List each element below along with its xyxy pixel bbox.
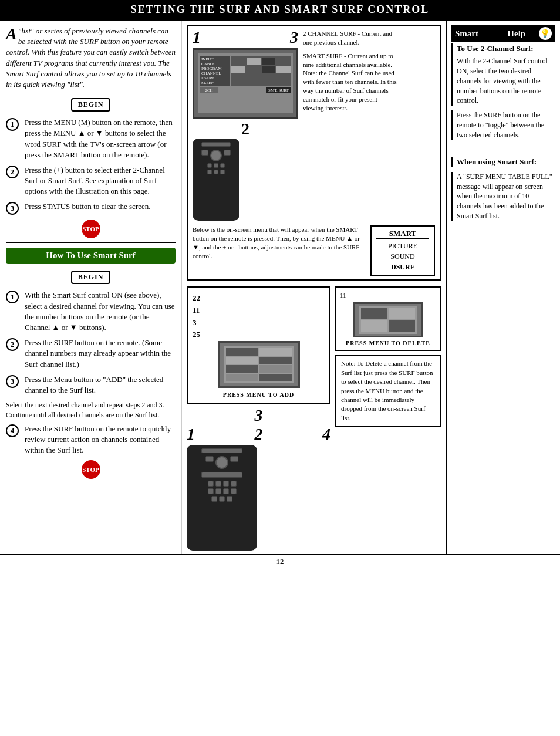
rbtn-b1: [208, 481, 214, 487]
remote-row-b: [208, 481, 237, 487]
mini-tv-add: [218, 341, 300, 388]
how-to-box: How To Use Smart Surf: [6, 248, 176, 264]
remote-center-btn: [210, 150, 222, 161]
bottom-step-1: 1 With the Smart Surf control ON (see ab…: [6, 290, 176, 333]
remote-top-bar-2: [201, 448, 242, 453]
tv-screen-inner: INPUT CABLE PROGRAM CHANNEL DSURF SLEEP: [198, 53, 293, 113]
tv-content-area: [231, 56, 291, 86]
rbtn-d1: [211, 496, 217, 502]
help-text-1: With the 2-Channel Surf control ON, sele…: [457, 56, 555, 106]
page-number: 12: [0, 554, 560, 569]
tv-screen: INPUT CABLE PROGRAM CHANNEL DSURF SLEEP: [193, 48, 298, 119]
help-section-1: To Use 2-Channel Surf: With the 2-Channe…: [451, 43, 555, 106]
remote-graphic-bottom: [187, 445, 257, 551]
right-column: Smart Help 💡 To Use 2-Channel Surf: With…: [446, 21, 560, 554]
remote-btn-row-2: [207, 163, 225, 168]
step-label-3: 3: [290, 29, 298, 46]
ch-25: 25: [193, 329, 325, 341]
intro-text: A"list" or series of previously viewed c…: [6, 26, 176, 90]
intro-body: "list" or series of previously viewed ch…: [6, 26, 176, 89]
mini-tv-inner-delete: [359, 306, 417, 334]
bottom-step-circle-3: 3: [6, 375, 19, 388]
menu-item-input: INPUT: [201, 57, 228, 62]
bottom-step-2: 2 Press the SURF button on the remote. (…: [6, 337, 176, 370]
rbtn-b4: [231, 481, 237, 487]
bottom-step-2-label: 2: [255, 426, 263, 443]
smart-menu-dsurf: DSURF: [376, 262, 429, 272]
mini-tv-inner-add: [224, 346, 294, 383]
drop-cap: A: [6, 26, 17, 42]
step-circle-2: 2: [6, 166, 19, 178]
delete-diagram: 11 PRESS MENU TO DELETE: [335, 286, 441, 351]
rbtn-c4: [231, 488, 237, 494]
step-2: 2 Press the (+) button to select either …: [6, 165, 176, 197]
tv-with-caption: 1 3 INPUT CABLE PROGRAM: [193, 29, 435, 221]
rbtn-c3: [223, 488, 229, 494]
menu-item-cable: CABLE: [201, 62, 228, 66]
page-title: Setting the Surf and Smart Surf Control: [0, 0, 560, 21]
channel-diagram-area: 22 11 3 25: [187, 286, 330, 551]
remote-btn-6: [207, 170, 212, 174]
bottom-step-4-text: Press the SURF button on the remote to q…: [25, 424, 176, 456]
rbtn-b3: [223, 481, 229, 487]
help-section-4: A "SURF MENU TABLE FULL" message will ap…: [451, 172, 555, 221]
ch-11: 11: [193, 305, 325, 317]
remote-top-bar: [201, 142, 231, 147]
smart-help-title-smart: Smart: [455, 29, 478, 39]
middle-column: 1 3 INPUT CABLE PROGRAM: [182, 21, 446, 554]
step-circle-1: 1: [6, 118, 19, 131]
menu-item-channel: CHANNEL: [201, 71, 228, 76]
tv-grid-1: [231, 58, 291, 73]
menu-item-program: PROGRAM: [201, 66, 228, 71]
smart-menu-box: SMART PICTURE SOUND DSURF: [370, 225, 435, 276]
ch-11-label: 11: [340, 291, 436, 300]
captions-right: 2 CHANNEL SURF - Current and one previou…: [303, 29, 435, 113]
select-next-text: Select the next desired channel and repe…: [6, 400, 176, 420]
bottom-step-circle-4: 4: [6, 424, 19, 437]
step-label-2: 2: [241, 120, 249, 138]
remote-row-c: [208, 488, 237, 494]
remote-btn-4: [214, 163, 218, 168]
mini-tv-delete: [353, 302, 423, 337]
menu-item-dsurf: DSURF: [201, 76, 228, 80]
tv-2ch-label: 2CH: [200, 87, 218, 93]
bottom-step-3-label: 3: [255, 407, 263, 424]
rbtn-d2: [219, 496, 225, 502]
bottom-step-3-text: Press the Menu button to "ADD" the selec…: [25, 374, 176, 396]
smart-help-title-help: Help: [507, 29, 525, 39]
remote-row-a: [205, 456, 238, 469]
below-caption-text: Below is the on-screen menu that will ap…: [193, 225, 366, 260]
bottom-step-circle-1: 1: [6, 291, 19, 303]
bottom-step-2-text: Press the SURF button on the remote. (So…: [25, 337, 176, 370]
remote-btn-row-3: [207, 170, 225, 174]
bottom-remote-container: 1 2 4: [187, 426, 330, 551]
tv-menu-list: INPUT CABLE PROGRAM CHANNEL DSURF SLEEP: [200, 56, 230, 86]
bottom-step-4: 4 Press the SURF button on the remote to…: [6, 424, 176, 456]
help-section-2: Press the SURF button on the remote to "…: [451, 110, 555, 140]
channel-surf-caption: 2 CHANNEL SURF - Current and one previou…: [303, 29, 397, 47]
bottom-step-row: 1 2 4: [187, 426, 330, 443]
remote-btn-2: [224, 150, 231, 156]
smart-surf-caption: SMART SURF - Current and up to nine addi…: [303, 52, 397, 113]
smart-help-icon: 💡: [539, 27, 552, 40]
tv-graphic-container: 1 3 INPUT CABLE PROGRAM: [193, 29, 298, 221]
menu-item-sleep: SLEEP: [201, 80, 228, 85]
remote-btn-5: [220, 163, 225, 168]
rbtn-a1: [205, 456, 214, 462]
help-text-2: Press the SURF button on the remote to "…: [457, 110, 555, 140]
help-title-3: When using Smart Surf:: [457, 157, 555, 167]
step-1: 1 Press the MENU (M) button on the remot…: [6, 117, 176, 160]
bottom-step-overlay: 3: [187, 407, 330, 424]
tv-bottom-row: 2CH SMT. SURF: [200, 87, 291, 93]
remote-graphic-top: [193, 139, 239, 221]
press-menu-add: PRESS MENU TO ADD: [193, 391, 325, 398]
remote-center-2: [215, 456, 228, 469]
smt-surf-label: SMT. SURF: [266, 87, 291, 93]
bottom-step-1-text: With the Smart Surf control ON (see abov…: [25, 290, 176, 333]
delete-area: 11 PRESS MENU TO DELETE Note: To Delete …: [335, 286, 441, 551]
arrow-2: 2: [193, 120, 298, 139]
rbtn-c1: [208, 488, 214, 494]
step-3: 3 Press STATUS button to clear the scree…: [6, 201, 176, 215]
press-menu-delete: PRESS MENU TO DELETE: [340, 340, 436, 346]
step-circle-3: 3: [6, 202, 19, 215]
